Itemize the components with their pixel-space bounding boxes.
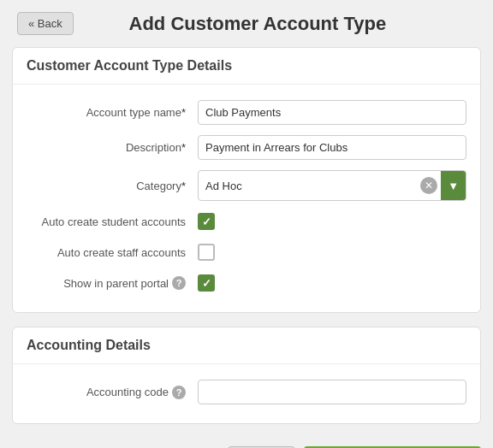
customer-account-type-section: Customer Account Type Details Account ty… — [12, 47, 481, 313]
accounting-code-label: Accounting code ? — [27, 386, 198, 399]
accounting-code-row: Accounting code ? — [13, 374, 480, 410]
category-wrapper: ✕ ▼ — [198, 170, 466, 201]
page-title: Add Customer Account Type — [91, 13, 425, 35]
checkmark-icon: ✓ — [202, 278, 211, 289]
chevron-down-icon: ▼ — [448, 180, 459, 192]
page-footer: Cancel Add customer account type — [0, 438, 493, 448]
show-parent-portal-label: Show in parent portal ? — [27, 276, 198, 290]
auto-student-checkbox[interactable]: ✓ — [198, 213, 215, 230]
auto-staff-label: Auto create staff accounts — [27, 246, 198, 259]
category-row: Category ✕ ▼ — [13, 165, 480, 206]
category-dropdown-button[interactable]: ▼ — [441, 171, 466, 200]
checkmark-icon: ✓ — [202, 216, 211, 227]
section2-title: Accounting Details — [13, 327, 480, 364]
back-button[interactable]: « Back — [17, 12, 74, 35]
category-label: Category — [27, 180, 198, 192]
show-parent-portal-row: Show in parent portal ? ✓ — [13, 268, 480, 298]
auto-student-row: Auto create student accounts ✓ — [13, 206, 480, 237]
account-type-name-label: Account type name — [27, 106, 198, 119]
auto-student-label: Auto create student accounts — [27, 215, 198, 228]
account-type-name-input[interactable] — [198, 100, 466, 125]
auto-staff-checkbox[interactable] — [198, 244, 215, 261]
section1-title: Customer Account Type Details — [13, 48, 480, 85]
description-input[interactable] — [198, 135, 466, 160]
accounting-code-input[interactable] — [198, 380, 466, 404]
description-label: Description — [27, 141, 198, 154]
show-parent-portal-checkbox[interactable]: ✓ — [198, 274, 215, 292]
category-clear-button[interactable]: ✕ — [420, 177, 437, 194]
category-input[interactable] — [199, 174, 420, 197]
auto-staff-row: Auto create staff accounts — [13, 237, 480, 268]
accounting-details-section: Accounting Details Accounting code ? — [12, 327, 481, 424]
description-row: Description — [13, 130, 480, 165]
clear-icon: ✕ — [425, 180, 433, 192]
help-icon[interactable]: ? — [172, 276, 186, 290]
page-header: « Back Add Customer Account Type — [0, 0, 493, 47]
account-type-name-row: Account type name — [13, 95, 480, 130]
accounting-help-icon[interactable]: ? — [172, 386, 186, 399]
